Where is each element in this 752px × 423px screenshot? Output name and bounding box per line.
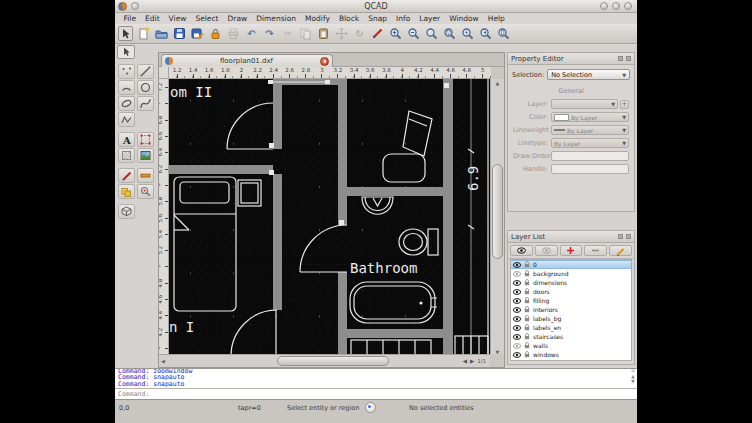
- drawing-canvas[interactable]: om II n I Bathroom 6.9: [169, 79, 491, 356]
- redo-icon[interactable]: ↷: [262, 26, 277, 41]
- block-tool[interactable]: [118, 184, 135, 199]
- menu-item[interactable]: Block: [334, 14, 363, 23]
- print-preview-icon[interactable]: [496, 26, 511, 41]
- panel-close-button[interactable]: [626, 234, 631, 239]
- command-history[interactable]: Command: zoomwindowCommand: snapautoComm…: [115, 368, 637, 388]
- lock-icon[interactable]: [524, 270, 530, 277]
- line-tool[interactable]: [137, 64, 154, 79]
- lock-icon[interactable]: [524, 297, 530, 304]
- spline-tool[interactable]: [137, 96, 154, 111]
- eye-icon[interactable]: [513, 289, 521, 295]
- menu-item[interactable]: Window: [445, 14, 484, 23]
- show-all-layers-button[interactable]: [510, 245, 533, 256]
- linetype-dropdown[interactable]: By Layer▼: [551, 138, 629, 148]
- menu-item[interactable]: Edit: [141, 14, 165, 23]
- auto-zoom-icon[interactable]: [424, 26, 439, 41]
- horizontal-scrollbar[interactable]: ◀ ◀ ▶ 1/1: [159, 354, 492, 367]
- menu-item[interactable]: Info: [392, 14, 415, 23]
- panel-float-button[interactable]: [618, 234, 623, 239]
- eye-icon[interactable]: [513, 316, 521, 322]
- lock-icon[interactable]: [524, 333, 530, 340]
- circle-tool[interactable]: [137, 80, 154, 95]
- lock-icon[interactable]: [524, 306, 530, 313]
- hatch-tool[interactable]: [118, 148, 135, 163]
- tab-close-icon[interactable]: [320, 57, 329, 66]
- lineweight-dropdown[interactable]: By Layer▼: [551, 125, 629, 135]
- eye-icon[interactable]: [513, 271, 521, 277]
- layer-row[interactable]: labels_bg: [511, 314, 631, 323]
- point-tool[interactable]: [118, 64, 135, 79]
- print-icon[interactable]: [226, 26, 241, 41]
- pan-zoom-icon[interactable]: [460, 26, 475, 41]
- edit-layer-button[interactable]: [609, 245, 632, 256]
- selection-tool-icon[interactable]: [118, 26, 133, 41]
- app-logo-icon[interactable]: [118, 2, 127, 11]
- layer-row[interactable]: filling: [511, 296, 631, 305]
- pen-icon[interactable]: [370, 26, 385, 41]
- history-scroll-down-icon[interactable]: ▼: [631, 380, 634, 385]
- menu-item[interactable]: Snap: [364, 14, 392, 23]
- zoom-window-icon[interactable]: [442, 26, 457, 41]
- save-drawing-icon[interactable]: [172, 26, 187, 41]
- handle-input[interactable]: [551, 164, 629, 174]
- menu-item[interactable]: Help: [483, 14, 509, 23]
- close-button[interactable]: [624, 2, 632, 10]
- add-layer-quick-button[interactable]: +: [620, 100, 629, 109]
- eye-icon[interactable]: [513, 298, 521, 304]
- dimension-tool[interactable]: [137, 132, 154, 147]
- cut-icon[interactable]: ✂: [280, 26, 295, 41]
- new-drawing-icon[interactable]: [136, 26, 151, 41]
- text-tool[interactable]: A: [118, 132, 135, 147]
- layer-row[interactable]: interiors: [511, 305, 631, 314]
- undo-icon[interactable]: ↶: [244, 26, 259, 41]
- panel-float-button[interactable]: [618, 56, 623, 61]
- lock-icon[interactable]: [524, 351, 530, 358]
- lock-icon[interactable]: [524, 279, 530, 286]
- zoom-in-icon[interactable]: [388, 26, 403, 41]
- menu-item[interactable]: Dimension: [252, 14, 301, 23]
- lock-icon[interactable]: [524, 342, 530, 349]
- eye-icon[interactable]: [513, 343, 521, 349]
- minimize-button[interactable]: [600, 2, 608, 10]
- menu-item[interactable]: View: [164, 14, 191, 23]
- viewport-3d-tool[interactable]: [118, 204, 135, 219]
- ellipse-tool[interactable]: [118, 96, 135, 111]
- layer-row[interactable]: 0: [511, 260, 631, 269]
- next-page-icon[interactable]: ▶: [470, 358, 474, 364]
- command-line[interactable]: Command:: [115, 388, 637, 399]
- color-dropdown[interactable]: By Layer▼: [551, 112, 629, 122]
- eye-icon[interactable]: [513, 280, 521, 286]
- window-menu-button[interactable]: [131, 2, 139, 10]
- layer-row[interactable]: dimensions: [511, 278, 631, 287]
- layer-row[interactable]: walls: [511, 341, 631, 350]
- menu-item[interactable]: Modify: [301, 14, 335, 23]
- layer-row[interactable]: background: [511, 269, 631, 278]
- vertical-scrollbar[interactable]: ▲ ▼: [490, 79, 504, 356]
- move-icon[interactable]: [334, 26, 349, 41]
- layer-row[interactable]: labels_en: [511, 323, 631, 332]
- layer-row[interactable]: windows: [511, 350, 631, 359]
- eye-icon[interactable]: [513, 307, 521, 313]
- draw-order-input[interactable]: [551, 151, 629, 161]
- menu-item[interactable]: Select: [191, 14, 223, 23]
- open-drawing-icon[interactable]: [154, 26, 169, 41]
- lock-icon[interactable]: [524, 288, 530, 295]
- prev-page-icon[interactable]: ◀: [463, 358, 467, 364]
- horizontal-scrollbar-thumb[interactable]: [277, 356, 389, 366]
- lengthen-tool[interactable]: [137, 168, 154, 183]
- menu-item[interactable]: Draw: [223, 14, 252, 23]
- arc-tool[interactable]: [118, 80, 135, 95]
- lock-icon[interactable]: [524, 324, 530, 331]
- vertical-scrollbar-thumb[interactable]: [492, 164, 503, 259]
- modify-tool[interactable]: [118, 168, 135, 183]
- lock-icon[interactable]: [524, 261, 530, 268]
- copy-icon[interactable]: [298, 26, 313, 41]
- layer-row[interactable]: staircases: [511, 332, 631, 341]
- eye-icon[interactable]: [513, 262, 521, 268]
- menu-item[interactable]: Layer: [415, 14, 445, 23]
- paste-icon[interactable]: [316, 26, 331, 41]
- panel-close-button[interactable]: [626, 56, 631, 61]
- previous-view-icon[interactable]: [478, 26, 493, 41]
- lock-icon[interactable]: [524, 315, 530, 322]
- selection-dropdown[interactable]: No Selection▼: [547, 69, 630, 80]
